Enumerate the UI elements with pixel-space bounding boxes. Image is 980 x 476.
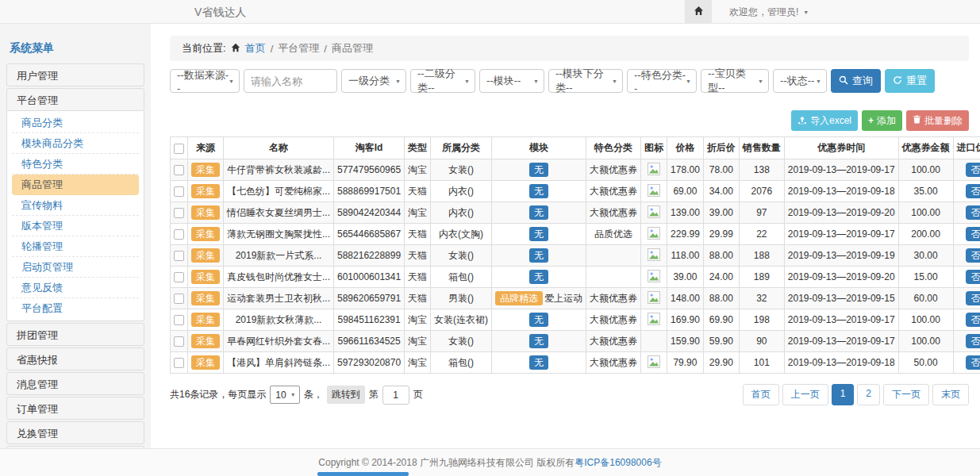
coupon-amount: 60.00 bbox=[914, 293, 938, 304]
add-button[interactable]: + 添加 bbox=[862, 110, 902, 131]
coupon-time: 2019-09-13—2019-09-17 bbox=[788, 314, 895, 325]
sidebar-item-splash-mgmt[interactable]: 启动页管理 bbox=[12, 257, 139, 278]
product-image-icon bbox=[648, 295, 660, 306]
import-pick-toggle[interactable]: 否 bbox=[966, 270, 980, 284]
feature-category-select[interactable]: --特色分类--▼ bbox=[627, 69, 697, 93]
sidebar-item-groupbuy-mgmt[interactable]: 拼团管理 bbox=[6, 323, 144, 346]
row-checkbox[interactable] bbox=[174, 229, 184, 240]
category1-select[interactable]: 一级分类▼ bbox=[341, 69, 406, 93]
name-cell: 薄款无钢圈文胸聚拢性... bbox=[224, 224, 334, 245]
import-pick-toggle[interactable]: 否 bbox=[966, 227, 980, 241]
horizontal-scrollbar-thumb[interactable] bbox=[317, 472, 409, 476]
row-checkbox[interactable] bbox=[174, 272, 184, 282]
jump-page-input[interactable] bbox=[382, 386, 409, 405]
sales-cell: 138 bbox=[739, 159, 784, 181]
sidebar-item-order-mgmt[interactable]: 订单管理 bbox=[6, 397, 144, 420]
import-pick-toggle[interactable]: 否 bbox=[966, 355, 980, 370]
search-button[interactable]: 查询 bbox=[831, 69, 881, 93]
import-pick-toggle[interactable]: 否 bbox=[966, 248, 980, 263]
row-checkbox[interactable] bbox=[174, 358, 184, 368]
taoke-id: 588216228899 bbox=[337, 250, 401, 261]
import-pick-toggle[interactable]: 否 bbox=[966, 205, 980, 220]
discount-cell: 88.00 bbox=[703, 288, 739, 309]
discount-price: 39.00 bbox=[709, 207, 733, 218]
category2-select[interactable]: --二级分类--▼ bbox=[410, 69, 475, 93]
import-pick-toggle[interactable]: 否 bbox=[966, 163, 980, 177]
sidebar-item-feature-category[interactable]: 特色分类 bbox=[12, 154, 139, 175]
feature-cell: 大额优惠券 bbox=[586, 331, 641, 352]
module-sub-select[interactable]: --模块下分类--▼ bbox=[548, 69, 623, 93]
name-search-input[interactable] bbox=[244, 69, 337, 93]
import-pick-toggle[interactable]: 否 bbox=[966, 313, 980, 327]
module-badge: 无 bbox=[529, 313, 548, 327]
taoke-id-cell: 596611634525 bbox=[334, 331, 405, 352]
row-checkbox[interactable] bbox=[174, 336, 184, 347]
goods-name: 【七色纺】可爱纯棉家... bbox=[227, 186, 330, 197]
coupon-time: 2019-09-13—2019-09-17 bbox=[788, 228, 895, 240]
jump-to-button[interactable]: 跳转到 bbox=[327, 386, 365, 404]
table-row: 采集真皮钱包时尚优雅女士...601000601341天猫箱包()无39.002… bbox=[171, 267, 980, 288]
goods-category: 女装() bbox=[448, 164, 474, 175]
row-select-cell bbox=[171, 245, 188, 267]
row-checkbox[interactable] bbox=[174, 251, 184, 261]
pager-page-1[interactable]: 1 bbox=[832, 384, 855, 405]
chevron-down-icon: ▼ bbox=[803, 10, 809, 15]
pager-next[interactable]: 下一页 bbox=[883, 384, 929, 405]
coupon-time: 2019-09-13—2019-09-18 bbox=[788, 357, 895, 368]
row-checkbox[interactable] bbox=[174, 208, 184, 218]
select-all-checkbox[interactable] bbox=[174, 144, 184, 154]
discount-cell: 29.90 bbox=[703, 352, 739, 374]
col-name: 名称 bbox=[224, 137, 334, 159]
feature-category: 大额优惠券 bbox=[590, 336, 637, 347]
import-pick-toggle[interactable]: 否 bbox=[966, 184, 980, 198]
row-checkbox[interactable] bbox=[174, 165, 184, 175]
sales-count: 189 bbox=[754, 271, 770, 282]
row-checkbox[interactable] bbox=[174, 294, 184, 304]
pager-last[interactable]: 末页 bbox=[932, 384, 969, 405]
home-button[interactable] bbox=[685, 0, 712, 24]
goods-name: 情侣睡衣女夏丝绸男士... bbox=[227, 207, 330, 218]
discount-cell: 34.00 bbox=[703, 181, 739, 202]
row-checkbox[interactable] bbox=[174, 315, 184, 325]
sidebar-item-goods-category[interactable]: 商品分类 bbox=[12, 113, 139, 133]
product-image-icon bbox=[648, 188, 660, 199]
breadcrumb-home-link[interactable]: 首页 bbox=[245, 41, 266, 56]
table-row: 采集【七色纺】可爱纯棉家...588869917501天猫内衣()无大额优惠券6… bbox=[171, 181, 980, 202]
pager-prev[interactable]: 上一页 bbox=[782, 384, 828, 405]
sidebar-item-savings-express[interactable]: 省惠快报 bbox=[6, 347, 144, 370]
sidebar-item-module-goods-category[interactable]: 模块商品分类 bbox=[12, 133, 139, 154]
sidebar-item-message-mgmt[interactable]: 消息管理 bbox=[6, 372, 144, 395]
sidebar-item-promo-material[interactable]: 宣传物料 bbox=[12, 195, 139, 216]
item-type-select[interactable]: --宝贝类型--▼ bbox=[701, 69, 769, 93]
import-excel-button[interactable]: 导入excel bbox=[791, 110, 858, 131]
batch-delete-button[interactable]: 批量删除 bbox=[906, 110, 969, 131]
source-badge: 采集 bbox=[191, 291, 220, 305]
sidebar-item-goods-mgmt[interactable]: 商品管理 bbox=[12, 175, 139, 195]
page-size-select[interactable]: 10 ▼ bbox=[270, 386, 299, 404]
sidebar-item-exchange-mgmt[interactable]: 兑换管理 bbox=[6, 421, 144, 444]
pager-page-2[interactable]: 2 bbox=[857, 384, 880, 405]
taoke-id-cell: 589042420344 bbox=[334, 202, 405, 224]
sidebar-item-user-mgmt[interactable]: 用户管理 bbox=[6, 63, 144, 86]
row-checkbox[interactable] bbox=[174, 186, 184, 197]
sidebar-item-feedback[interactable]: 意见反馈 bbox=[12, 278, 139, 298]
import-pick-toggle[interactable]: 否 bbox=[966, 291, 980, 305]
import-pick-toggle[interactable]: 否 bbox=[966, 334, 980, 348]
chevron-down-icon: ▼ bbox=[464, 79, 470, 84]
coupon-time-cell: 2019-09-13—2019-09-15 bbox=[784, 288, 898, 309]
discount-price: 88.00 bbox=[709, 293, 733, 304]
icp-link[interactable]: 粤ICP备16098006号 bbox=[575, 456, 661, 470]
sidebar-item-carousel-mgmt[interactable]: 轮播管理 bbox=[12, 236, 139, 257]
sidebar-item-platform-config[interactable]: 平台配置 bbox=[12, 298, 139, 319]
product-image-icon bbox=[648, 209, 660, 221]
pager-first[interactable]: 首页 bbox=[743, 384, 779, 405]
status-select[interactable]: --状态--▼ bbox=[773, 69, 827, 93]
module-select[interactable]: --模块--▼ bbox=[479, 69, 544, 93]
sidebar-item-version-mgmt[interactable]: 版本管理 bbox=[12, 216, 139, 236]
module-cell: 无 bbox=[492, 352, 586, 374]
data-source-select[interactable]: --数据来源--▼ bbox=[170, 69, 240, 93]
user-menu[interactable]: 欢迎您，管理员! ▼ bbox=[729, 6, 809, 19]
table-row: 采集【港风】单肩斜跨链条...597293020870淘宝箱包()无大额优惠券7… bbox=[171, 352, 980, 374]
sidebar-item-platform-mgmt[interactable]: 平台管理 bbox=[6, 88, 144, 111]
reset-button[interactable]: 重置 bbox=[885, 69, 935, 93]
